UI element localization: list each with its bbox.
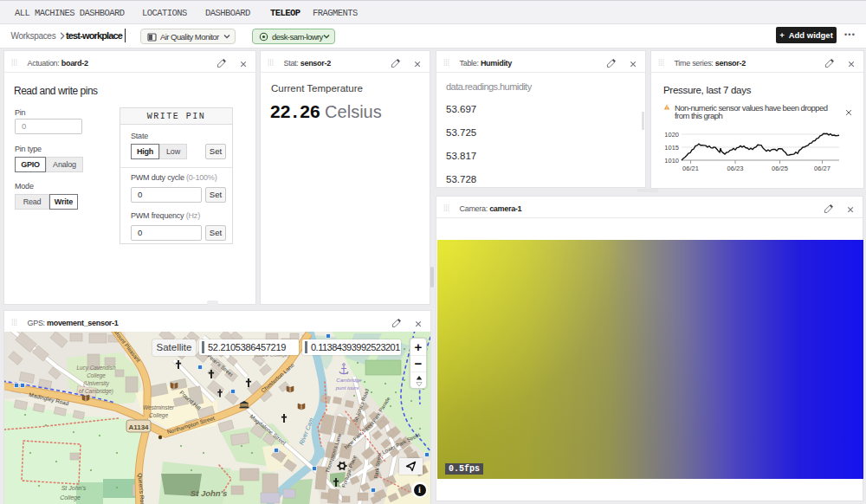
svg-text:06/27: 06/27	[814, 165, 830, 172]
svg-text:punt tours: punt tours	[335, 385, 359, 391]
svg-text:(University: (University	[83, 380, 110, 387]
svg-text:St John's: St John's	[191, 488, 227, 498]
svg-text:1015: 1015	[664, 144, 679, 152]
svg-text:College: College	[87, 372, 106, 379]
svg-text:College: College	[60, 494, 81, 501]
svg-text:Cambridge: Cambridge	[336, 378, 362, 383]
svg-text:1010: 1010	[664, 157, 679, 165]
svg-text:Westminster: Westminster	[143, 404, 175, 410]
svg-text:06/21: 06/21	[682, 165, 699, 172]
svg-text:College: College	[149, 412, 168, 419]
svg-text:St John's: St John's	[61, 485, 87, 491]
svg-text:of Cambridge): of Cambridge)	[79, 388, 113, 395]
svg-text:06/23: 06/23	[727, 165, 744, 172]
svg-text:1020: 1020	[664, 131, 679, 139]
svg-text:Lucy Cavendish: Lucy Cavendish	[77, 365, 116, 372]
svg-text:A1134: A1134	[128, 423, 149, 431]
svg-text:06/25: 06/25	[772, 165, 788, 172]
